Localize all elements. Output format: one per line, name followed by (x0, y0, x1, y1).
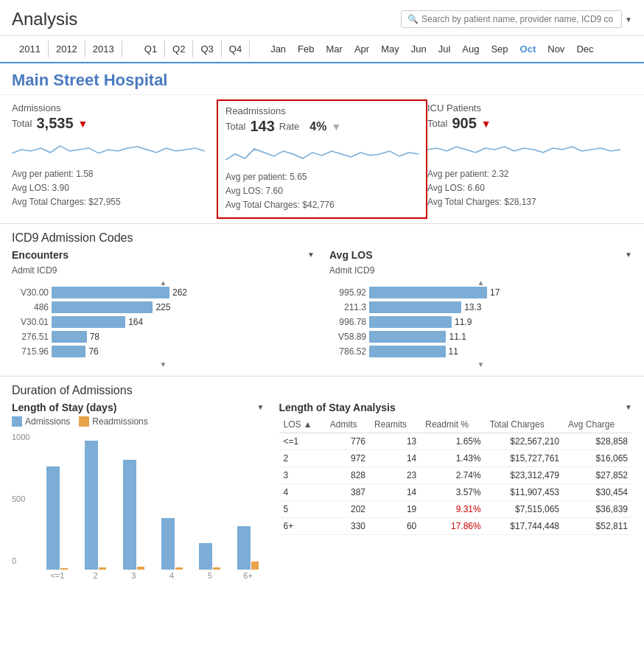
avg-los-panel: Avg LOS ▼ Admit ICD9 ▲ 995.92 17 211.3 1… (329, 249, 632, 368)
chart-dropdown[interactable]: ▼ (257, 403, 265, 411)
avg-los-dropdown[interactable]: ▼ (625, 251, 632, 259)
search-input[interactable] (421, 14, 613, 24)
icu-avg-los: Avg LOS: 6.60 (427, 181, 620, 195)
nav-q1[interactable]: Q1 (137, 41, 165, 57)
cell-los: 2 (279, 450, 326, 466)
nav-oct[interactable]: Oct (514, 41, 542, 57)
bar-group: 2 (80, 437, 112, 580)
search-box[interactable]: 🔍 (401, 10, 622, 28)
legend-readmissions-color (79, 416, 89, 427)
readmissions-total-label: Total (225, 121, 245, 132)
encounters-scroll-up[interactable]: ▲ (12, 279, 315, 287)
bar-value: 164 (128, 317, 143, 327)
readmit-bar (251, 562, 259, 570)
nav-feb[interactable]: Feb (292, 41, 320, 57)
bar-group-label: 3 (131, 571, 136, 580)
readmissions-arrow: ▼ (331, 121, 341, 133)
nav-q2[interactable]: Q2 (165, 41, 193, 57)
nav-nov[interactable]: Nov (542, 41, 570, 57)
avg-los-scroll-down[interactable]: ▼ (329, 360, 632, 368)
table-dropdown[interactable]: ▼ (625, 403, 632, 411)
los-table: LOS ▲ Admits Reamits Readmit % Total Cha… (279, 416, 633, 535)
bar-group-bars (85, 437, 106, 570)
chart-legend: Admissions Readmissions (12, 416, 265, 427)
readmissions-sparkline (225, 138, 419, 167)
icu-stats: Avg per patient: 2.32 Avg LOS: 6.60 Avg … (427, 167, 620, 210)
bar-group-bars (123, 437, 144, 570)
icu-value: 905 (452, 115, 476, 132)
nav-q4[interactable]: Q4 (222, 41, 250, 57)
bar-label: V30.00 (12, 287, 49, 298)
search-area: 🔍 ▼ (401, 10, 632, 28)
icu-avg-per-patient: Avg per patient: 2.32 (427, 167, 620, 181)
nav-year-2012[interactable]: 2012 (49, 41, 85, 57)
bar-container: 262 (52, 287, 315, 298)
bar-container: 78 (52, 331, 315, 343)
nav-mar[interactable]: Mar (321, 41, 349, 57)
cell-readmit-pct: 9.31% (421, 500, 485, 517)
icu-avg-charges: Avg Total Charges: $28,137 (427, 195, 620, 209)
bar-group: 4 (155, 437, 188, 580)
search-dropdown-arrow[interactable]: ▼ (625, 15, 632, 24)
encounters-dropdown[interactable]: ▼ (307, 251, 315, 259)
cell-total-charges: $15,727,761 (486, 450, 564, 466)
bar-group-bars (46, 437, 68, 570)
readmissions-label: Readmissions (225, 105, 419, 116)
encounters-bar-row: 715.96 76 (12, 346, 315, 357)
bar-value: 17 (490, 287, 500, 298)
nav-aug[interactable]: Aug (456, 41, 485, 57)
table-row: 5 202 19 9.31% $7,515,065 $36,839 (279, 500, 633, 517)
nav-year-2013[interactable]: 2013 (85, 41, 122, 57)
legend-admissions-color (12, 416, 22, 427)
app-title: Analysis (12, 9, 77, 29)
avg-los-bar-row: 786.52 11 (329, 346, 632, 357)
admissions-stats: Avg per patient: 1.58 Avg LOS: 3.90 Avg … (12, 167, 205, 210)
admissions-label: Admissions (12, 102, 205, 113)
bar-label: 486 (12, 302, 49, 312)
y-label-500: 500 (12, 494, 29, 503)
avg-los-bar-row: V58.89 11.1 (329, 331, 632, 343)
cell-readmit-pct: 1.43% (421, 450, 485, 466)
icu-label: ICU Patients (427, 102, 620, 113)
encounters-bar-row: 276.51 78 (12, 331, 315, 343)
nav-dec[interactable]: Dec (570, 41, 599, 57)
nav-q3[interactable]: Q3 (193, 41, 221, 57)
bar (52, 301, 153, 313)
cell-avg-charge: $52,811 (564, 517, 632, 534)
cell-readmit-pct: 17.86% (421, 517, 485, 534)
admissions-arrow: ▼ (78, 118, 88, 130)
readmissions-total-row: Total 143 Rate 4% ▼ (225, 118, 419, 135)
los-table-header-row: LOS ▲ Admits Reamits Readmit % Total Cha… (279, 416, 633, 433)
y-label-1000: 1000 (12, 433, 29, 441)
readmit-bar (99, 567, 106, 570)
nav-sep[interactable]: Sep (485, 41, 514, 57)
nav-jan[interactable]: Jan (265, 41, 292, 57)
nav-apr[interactable]: Apr (349, 41, 375, 57)
bar (369, 316, 452, 328)
encounters-scroll-down[interactable]: ▼ (12, 360, 315, 368)
cell-readmit-pct: 1.65% (421, 433, 485, 450)
search-icon: 🔍 (407, 14, 419, 24)
icd9-section-title: ICD9 Admission Codes (12, 231, 632, 245)
encounters-subheader: Admit ICD9 (12, 265, 315, 276)
avg-los-bars: 995.92 17 211.3 13.3 996.78 11.9 V58.89 … (329, 287, 632, 357)
admissions-sparkline (12, 135, 205, 164)
readmissions-avg-per-patient: Avg per patient: 5.65 (225, 170, 419, 184)
nav-year-2011[interactable]: 2011 (12, 41, 49, 57)
bar (369, 287, 487, 298)
los-bar-chart: 1000 500 0 <=1 2 3 (12, 433, 265, 580)
metrics-row: Admissions Total 3,535 ▼ Avg per patient… (0, 95, 644, 224)
chart-panel-title: Length of Stay (days) (12, 402, 116, 413)
readmissions-rate: 4% (309, 120, 326, 133)
nav-jun[interactable]: Jun (405, 41, 433, 57)
nav-may[interactable]: May (375, 41, 405, 57)
admissions-avg-charges: Avg Total Charges: $27,955 (12, 195, 205, 209)
admissions-avg-los: Avg LOS: 3.90 (12, 181, 205, 195)
bar-container: 225 (52, 301, 315, 313)
bar (369, 331, 446, 343)
nav-jul[interactable]: Jul (433, 41, 457, 57)
cell-readmits: 14 (370, 450, 421, 466)
col-los[interactable]: LOS ▲ (279, 416, 326, 433)
avg-los-scroll-up[interactable]: ▲ (329, 279, 632, 287)
cell-admits: 972 (326, 450, 370, 466)
